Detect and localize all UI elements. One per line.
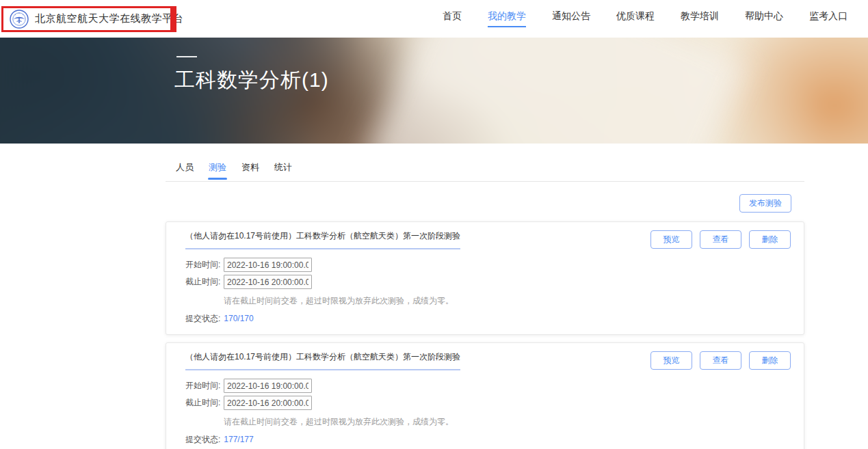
end-time-row: 截止时间:: [185, 396, 791, 410]
end-time-input[interactable]: [224, 275, 312, 289]
end-time-row: 截止时间:: [185, 275, 791, 289]
nav-my-teaching[interactable]: 我的教学: [488, 10, 526, 27]
quiz-title: （他人请勿在10.17号前使用）工科数学分析（航空航天类）第一次阶段测验: [185, 230, 460, 249]
submit-status-label: 提交状态:: [185, 435, 220, 444]
nav-announcements[interactable]: 通知公告: [552, 10, 590, 27]
start-time-row: 开始时间:: [185, 258, 791, 272]
start-time-row: 开始时间:: [185, 379, 791, 393]
hero-accent-dash: [176, 56, 197, 57]
quiz-card-1-actions: 预览 查看 删除: [650, 230, 791, 249]
course-content: 人员 测验 资料 统计 发布测验 （他人请勿在10.17号前使用）工科数学分析（…: [166, 144, 804, 449]
quiz-card-2-actions: 预览 查看 删除: [650, 351, 791, 370]
deadline-note: 请在截止时间前交卷，超过时限视为放弃此次测验，成绩为零。: [224, 295, 791, 307]
nav-teacher-training[interactable]: 教学培训: [681, 10, 719, 27]
tab-personnel[interactable]: 人员: [176, 161, 194, 181]
submit-status-row: 提交状态:170/170: [185, 313, 791, 325]
main-nav: 首页 我的教学 通知公告 优质课程 教学培训 帮助中心 监考入口: [443, 10, 847, 27]
nav-help-center[interactable]: 帮助中心: [745, 10, 783, 27]
quiz-card-1-head: （他人请勿在10.17号前使用）工科数学分析（航空航天类）第一次阶段测验 预览 …: [185, 230, 791, 249]
hero-background-highlight: [363, 38, 748, 144]
nav-home[interactable]: 首页: [443, 10, 462, 27]
hero-banner: 工科数学分析(1): [0, 38, 868, 144]
brand-link[interactable]: 北京航空航天大学在线教学平台: [10, 10, 183, 29]
submit-status-link[interactable]: 177/177: [224, 435, 253, 444]
tab-quiz[interactable]: 测验: [209, 161, 226, 181]
nav-proctor-entry[interactable]: 监考入口: [809, 10, 847, 27]
university-logo-icon: [10, 10, 29, 29]
preview-button[interactable]: 预览: [650, 230, 692, 249]
view-button[interactable]: 查看: [700, 230, 741, 249]
delete-button[interactable]: 删除: [749, 351, 791, 370]
submit-status-row: 提交状态:177/177: [185, 434, 791, 446]
quiz-card-1: （他人请勿在10.17号前使用）工科数学分析（航空航天类）第一次阶段测验 预览 …: [166, 221, 804, 335]
publish-quiz-button[interactable]: 发布测验: [739, 194, 791, 213]
view-button[interactable]: 查看: [700, 351, 741, 370]
top-header: 北京航空航天大学在线教学平台 首页 我的教学 通知公告 优质课程 教学培训 帮助…: [0, 0, 868, 38]
course-tabs: 人员 测验 资料 统计: [166, 144, 804, 182]
end-time-input[interactable]: [224, 396, 312, 410]
course-title: 工科数学分析(1): [174, 66, 329, 94]
start-time-label: 开始时间:: [185, 259, 224, 271]
tab-statistics[interactable]: 统计: [274, 161, 292, 181]
quiz-title: （他人请勿在10.17号前使用）工科数学分析（航空航天类）第一次阶段测验: [185, 351, 460, 370]
end-time-label: 截止时间:: [185, 276, 224, 288]
brand-title: 北京航空航天大学在线教学平台: [35, 12, 183, 25]
submit-status-label: 提交状态:: [185, 314, 220, 323]
preview-button[interactable]: 预览: [650, 351, 692, 370]
delete-button[interactable]: 删除: [749, 230, 791, 249]
end-time-label: 截止时间:: [185, 397, 224, 409]
nav-quality-courses[interactable]: 优质课程: [616, 10, 655, 27]
quiz-card-2-head: （他人请勿在10.17号前使用）工科数学分析（航空航天类）第一次阶段测验 预览 …: [185, 351, 791, 370]
quiz-toolbar: 发布测验: [166, 194, 804, 213]
submit-status-link[interactable]: 170/170: [224, 314, 253, 323]
deadline-note: 请在截止时间前交卷，超过时限视为放弃此次测验，成绩为零。: [224, 416, 791, 428]
tab-materials[interactable]: 资料: [241, 161, 259, 181]
quiz-card-2: （他人请勿在10.17号前使用）工科数学分析（航空航天类）第一次阶段测验 预览 …: [166, 342, 804, 449]
start-time-input[interactable]: [224, 258, 312, 272]
start-time-input[interactable]: [224, 379, 312, 393]
start-time-label: 开始时间:: [185, 380, 224, 392]
